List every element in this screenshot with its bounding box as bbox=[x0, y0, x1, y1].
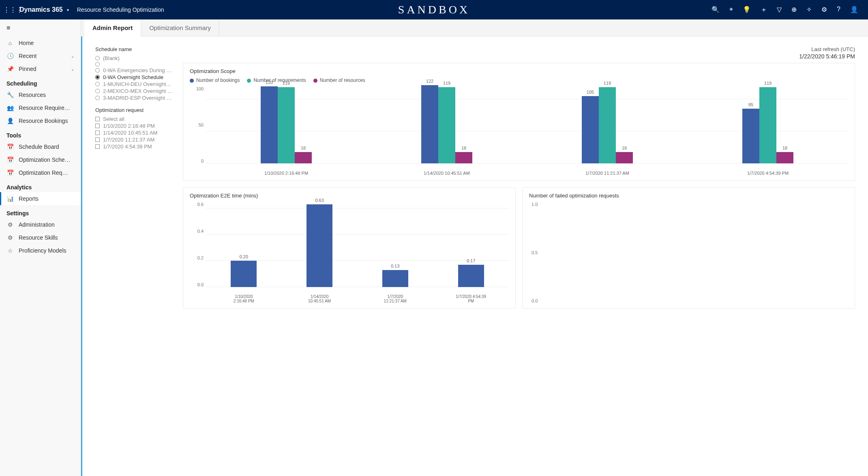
sidebar-item-resource-require-[interactable]: 👥Resource Require… bbox=[0, 101, 81, 114]
bar[interactable]: 18 bbox=[616, 152, 633, 164]
bar[interactable]: 0.63 bbox=[306, 204, 332, 287]
sidebar-item-label: Reports bbox=[19, 195, 39, 202]
sidebar-item-reports[interactable]: 📊Reports bbox=[0, 192, 81, 205]
radio-icon bbox=[95, 75, 100, 79]
filter-schedule-option[interactable]: 0-WA Emergencies During … bbox=[95, 67, 176, 74]
search-icon[interactable]: 🔍 bbox=[712, 6, 720, 14]
sidebar-item-pinned[interactable]: 📌Pinned⌄ bbox=[0, 62, 81, 75]
content-area: Admin ReportOptimization Summary Schedul… bbox=[81, 19, 868, 476]
add-circle-icon[interactable]: ⊕ bbox=[791, 6, 797, 14]
sidebar-item-optimization-sche-[interactable]: 📅Optimization Sche… bbox=[0, 153, 81, 166]
chart-scope-title: Optimization Scope bbox=[190, 68, 848, 74]
filter-request-option[interactable]: 1/14/2020 10:45:51 AM bbox=[95, 129, 176, 136]
chevron-down-icon[interactable]: ▾ bbox=[67, 8, 69, 12]
bar[interactable]: 18 bbox=[455, 152, 472, 164]
sidebar-item-resources[interactable]: 🔧Resources bbox=[0, 88, 81, 101]
gear-icon[interactable]: ⚙ bbox=[821, 6, 827, 14]
filter-schedule-option[interactable]: 0-WA Overnight Schedule bbox=[95, 74, 176, 81]
sidebar-item-label: Resource Require… bbox=[19, 105, 70, 111]
sidebar-icon: 👤 bbox=[6, 118, 14, 124]
report-body: Schedule name (Blank)0-WA Emergencies Du… bbox=[81, 36, 868, 476]
sidebar-icon: 📅 bbox=[6, 144, 14, 150]
bar[interactable]: 122 bbox=[421, 85, 438, 163]
header-actions: 🔍 ⌖ 💡 ＋ ▽ ⊕ ✧ ⚙ ? 👤 bbox=[712, 6, 865, 14]
filter-schedule-option[interactable]: 3-MADRID-ESP Overnight … bbox=[95, 94, 176, 101]
checkbox-icon bbox=[95, 124, 100, 128]
filter-schedule-option[interactable] bbox=[95, 62, 176, 67]
app-subtitle: Resource Scheduling Optimization bbox=[77, 6, 164, 13]
sidebar-item-optimization-req-[interactable]: 📅Optimization Req… bbox=[0, 166, 81, 179]
sidebar-icon: 📊 bbox=[6, 195, 14, 202]
sidebar-item-resource-skills[interactable]: ⚙Resource Skills bbox=[0, 231, 81, 244]
bar-group: 12211918 bbox=[421, 86, 472, 163]
legend-bookings[interactable]: Number of bookings bbox=[190, 77, 240, 83]
bar[interactable]: 119 bbox=[599, 87, 616, 163]
filter-option-label: 1/7/2020 11:21:37 AM bbox=[103, 137, 154, 143]
bar-group: 8511918 bbox=[742, 86, 793, 163]
bar[interactable]: 18 bbox=[295, 152, 312, 164]
filter-schedule-option[interactable]: 1-MUNICH-DEU Overnight… bbox=[95, 81, 176, 88]
x-tick: 1/14/2020 10:45:51 AM bbox=[416, 171, 477, 176]
bar[interactable]: 119 bbox=[759, 87, 776, 163]
checkbox-icon bbox=[95, 144, 100, 149]
bar[interactable]: 119 bbox=[438, 87, 455, 163]
bar[interactable]: 85 bbox=[742, 109, 759, 163]
sidebar-item-label: Optimization Req… bbox=[19, 169, 68, 176]
sidebar-icon: 📅 bbox=[6, 157, 14, 163]
sidebar-item-label: Pinned bbox=[19, 66, 36, 72]
bar[interactable]: 0.13 bbox=[382, 270, 408, 287]
sidebar-item-label: Schedule Board bbox=[19, 144, 59, 150]
filter-panel: Schedule name (Blank)0-WA Emergencies Du… bbox=[95, 46, 176, 315]
tab-optimization-summary[interactable]: Optimization Summary bbox=[141, 19, 219, 36]
filter-schedule-option[interactable]: 2-MEXICO-MEX Overnight … bbox=[95, 88, 176, 94]
sidebar-group-settings: Settings bbox=[0, 205, 81, 218]
bar[interactable]: 0.20 bbox=[231, 261, 257, 287]
legend-resources[interactable]: Number of resources bbox=[313, 77, 365, 83]
sidebar-item-home[interactable]: ⌂Home bbox=[0, 36, 81, 49]
checkbox-icon bbox=[95, 131, 100, 135]
task-icon[interactable]: ⌖ bbox=[729, 6, 733, 14]
filter-schedule-title: Schedule name bbox=[95, 46, 176, 52]
bar[interactable]: 0.17 bbox=[458, 265, 484, 287]
sidebar: ≡ ⌂Home🕓Recent⌄📌Pinned⌄ Scheduling🔧Resou… bbox=[0, 19, 81, 476]
sidebar-item-label: Administration bbox=[19, 221, 55, 228]
chart-failed-card: Number of failed optimization requests 1… bbox=[522, 187, 855, 309]
app-launcher-icon[interactable]: ⋮⋮⋮ bbox=[3, 6, 16, 14]
x-tick: 1/7/2020 4:54:39 PM bbox=[455, 294, 487, 303]
sidebar-group-tools: Tools bbox=[0, 127, 81, 140]
chart-scope-card: Optimization Scope Number of bookings Nu… bbox=[183, 63, 855, 181]
sidebar-item-resource-bookings[interactable]: 👤Resource Bookings bbox=[0, 114, 81, 127]
filter-request-option[interactable]: 1/7/2020 4:54:39 PM bbox=[95, 143, 176, 150]
sidebar-item-administration[interactable]: ⚙Administration bbox=[0, 218, 81, 231]
user-icon[interactable]: 👤 bbox=[850, 6, 858, 14]
brand-label[interactable]: Dynamics 365 bbox=[19, 6, 63, 13]
bar[interactable]: 119 bbox=[278, 87, 295, 163]
sidebar-item-label: Proficiency Models bbox=[19, 247, 66, 254]
filter-request-option[interactable]: Select all bbox=[95, 116, 176, 122]
filter-request-option[interactable]: 1/10/2020 2:16:48 PM bbox=[95, 122, 176, 129]
bar[interactable]: 120 bbox=[261, 86, 278, 163]
help-icon[interactable]: ? bbox=[837, 6, 840, 14]
filter-request-option[interactable]: 1/7/2020 11:21:37 AM bbox=[95, 136, 176, 143]
last-refresh-label: Last refresh (UTC) bbox=[799, 46, 855, 52]
bar[interactable]: 105 bbox=[582, 96, 599, 163]
plus-icon[interactable]: ＋ bbox=[761, 6, 767, 14]
filter-icon[interactable]: ▽ bbox=[777, 6, 782, 14]
tab-admin-report[interactable]: Admin Report bbox=[84, 19, 141, 36]
sidebar-toggle-icon[interactable]: ≡ bbox=[0, 19, 81, 36]
radio-icon bbox=[95, 56, 100, 60]
sidebar-item-schedule-board[interactable]: 📅Schedule Board bbox=[0, 140, 81, 153]
sidebar-item-label: Resources bbox=[19, 92, 46, 98]
puzzle-icon[interactable]: ✧ bbox=[806, 6, 812, 14]
sidebar-icon: ⌂ bbox=[6, 40, 14, 46]
bar-group: 10511918 bbox=[582, 86, 633, 163]
bulb-icon[interactable]: 💡 bbox=[743, 6, 751, 14]
checkbox-icon bbox=[95, 137, 100, 142]
chart-e2e-title: Optimization E2E time (mins) bbox=[190, 193, 509, 199]
sidebar-item-recent[interactable]: 🕓Recent⌄ bbox=[0, 49, 81, 62]
filter-option-label: 3-MADRID-ESP Overnight … bbox=[103, 95, 172, 101]
chart-e2e-card: Optimization E2E time (mins) 0.60.40.20.… bbox=[183, 187, 516, 309]
filter-schedule-option[interactable]: (Blank) bbox=[95, 55, 176, 62]
bar[interactable]: 18 bbox=[776, 152, 793, 164]
sidebar-item-proficiency-models[interactable]: ☆Proficiency Models bbox=[0, 244, 81, 257]
